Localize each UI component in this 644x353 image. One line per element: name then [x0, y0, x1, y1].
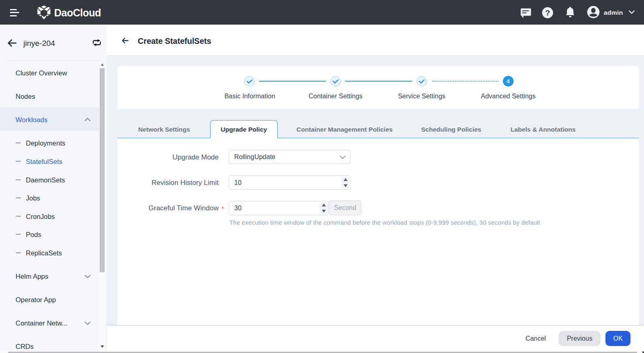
svg-text:?: ?	[545, 9, 550, 17]
